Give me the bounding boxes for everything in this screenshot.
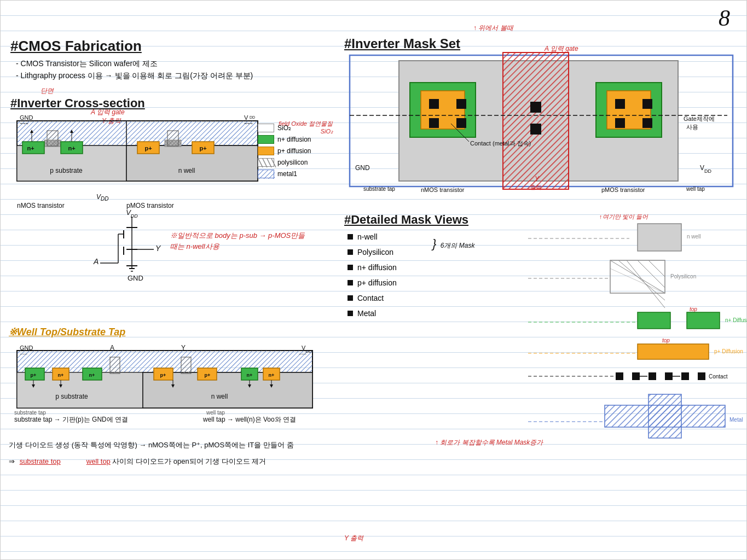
cmos-fab-item-2: - Lithgraphy process 이용 → 빛을 이용해 회로 그림(가… [16, 71, 253, 81]
svg-text:p+: p+ [160, 372, 166, 378]
svg-line-138 [648, 260, 665, 277]
svg-rect-113 [615, 118, 625, 128]
well-tap-label-small: well tap [206, 410, 225, 416]
svg-text:GND: GND [355, 164, 370, 172]
well-tap-annotation: well tap → well(n)은 Voo와 연결 [203, 415, 296, 424]
bottom-text: 기생 다이오드 생성 (동작 특성에 악영향) → nMOS쪽에는 P⁺, pM… [9, 438, 334, 469]
svg-rect-116 [530, 124, 541, 135]
svg-line-39 [267, 159, 271, 167]
detailed-mask-title: #Detailed Mask Views [344, 213, 468, 227]
svg-text:n+: n+ [68, 145, 75, 151]
svg-text:A: A [110, 344, 114, 352]
cmos-fab-items: - CMOS Transistor는 Silicon wafer에 제조 - L… [16, 59, 253, 81]
annotation-above: ↑ 위에서 볼때 [473, 24, 513, 33]
svg-rect-152 [632, 372, 640, 380]
well-tap-diagram: p+ n+ n+ p+ p+ n+ n+ p substrate n well … [11, 345, 318, 416]
svg-text:GND: GND [20, 345, 33, 351]
svg-text:A: A [93, 257, 99, 266]
svg-text:p substrate: p substrate [50, 167, 83, 174]
svg-text:~~~: ~~~ [299, 352, 306, 357]
legend-n-diffusion: n+ diffusion [258, 135, 329, 144]
substrate-tap-label-small: substrate tap [14, 410, 46, 416]
page-number: 8 [719, 5, 730, 31]
svg-text:사용: 사용 [686, 124, 698, 130]
svg-text:Metal: Metal [729, 417, 743, 423]
vdd-label-cs: VDD [96, 193, 108, 202]
bottom-line1: 기생 다이오드 생성 (동작 특성에 악영향) → nMOS쪽에는 P⁺, pM… [9, 438, 334, 452]
svg-rect-112 [642, 99, 652, 109]
svg-text:nMOS transistor: nMOS transistor [421, 186, 465, 193]
svg-text:출력: 출력 [530, 184, 541, 190]
svg-line-139 [610, 269, 665, 293]
svg-rect-151 [616, 372, 623, 380]
svg-text:Gate제작에: Gate제작에 [684, 115, 715, 122]
inverter-mask-diagram: GND VDD Y 출력 Contact (metal과 접속) nMOS tr… [344, 50, 738, 197]
legend-p-diffusion: p+ diffusion [258, 147, 329, 155]
svg-text:pMOS transistor: pMOS transistor [601, 186, 645, 193]
svg-text:V: V [244, 114, 248, 121]
substrate-tap-annotation: substrate tap → 기판(p)는 GND에 연결 [14, 415, 128, 424]
svg-text:n+: n+ [247, 372, 253, 378]
legend-metal1: metal1 [258, 170, 329, 178]
cmos-fab-title: #CMOS Fabrication [10, 38, 253, 55]
svg-rect-15 [47, 131, 58, 146]
cmos-fab-section: #CMOS Fabrication - CMOS Transistor는 Sil… [10, 38, 253, 81]
svg-rect-162 [648, 394, 681, 438]
svg-text:~~~: ~~~ [244, 121, 253, 126]
svg-rect-102 [503, 52, 569, 189]
nmos-label: nMOS transistor [17, 202, 65, 209]
ohmic-contact-annotation: Y 출력 [344, 534, 363, 543]
bottom-line2: ⇒ substrate top well top 사이의 다이오드가 open되… [9, 454, 334, 469]
svg-text:top: top [690, 306, 697, 312]
svg-rect-148 [638, 344, 709, 359]
svg-line-37 [258, 159, 263, 167]
annotation-body: ※일반적으로 body는 p-sub → p-MOS만들때는 n-well사용 [170, 230, 307, 252]
svg-text:~~~: ~~~ [20, 121, 28, 126]
svg-line-135 [618, 260, 665, 300]
svg-text:n well: n well [687, 234, 701, 240]
svg-text:p substrate: p substrate [55, 393, 88, 400]
legend-polysilicon: polysilicon [258, 158, 329, 167]
inverter-mask-title: #Inverter Mask Set [344, 36, 460, 51]
svg-text:n+ Diffusion: n+ Diffusion [725, 317, 747, 323]
svg-text:p+: p+ [205, 372, 211, 378]
notebook-page: 8 #CMOS Fabrication - CMOS Transistor는 S… [0, 0, 747, 560]
cmos-fab-item-1: - CMOS Transistor는 Silicon wafer에 제조 [16, 59, 253, 69]
svg-rect-109 [429, 118, 439, 128]
svg-rect-144 [687, 312, 720, 329]
svg-text:Y: Y [181, 344, 186, 352]
well-tap-title: ※Well Top/Substrate Tap [9, 326, 125, 338]
svg-text:substrate tap: substrate tap [363, 186, 395, 192]
inverter-cross-section-diagram: n+ n+ p+ p+ p substrate n well GND ~~~ V… [11, 115, 274, 197]
svg-text:n+: n+ [58, 372, 64, 378]
svg-rect-73 [110, 357, 120, 374]
svg-line-40 [271, 159, 276, 167]
svg-rect-157 [681, 372, 689, 380]
svg-text:top: top [662, 337, 670, 343]
svg-rect-154 [648, 372, 656, 380]
svg-text:p+: p+ [144, 145, 152, 151]
circuit-symbol: VDD Y [83, 208, 170, 296]
svg-rect-16 [167, 131, 178, 146]
svg-rect-110 [456, 118, 466, 128]
svg-text:n well: n well [178, 167, 195, 174]
svg-text:p+: p+ [31, 372, 37, 378]
svg-rect-108 [456, 99, 466, 109]
svg-text:n+: n+ [269, 372, 275, 378]
svg-rect-115 [530, 102, 541, 113]
svg-rect-158 [698, 372, 705, 380]
mask-count-annotation: } 6개의 Mask [432, 237, 474, 251]
legend: SiO₂ n+ diffusion p+ diffusion [258, 124, 329, 181]
svg-text:Y: Y [155, 244, 161, 253]
annotation-danmyeon: 단면 [40, 86, 54, 96]
svg-text:p+ Diffusion: p+ Diffusion [714, 348, 743, 354]
svg-text:Contact: Contact [709, 374, 728, 380]
svg-rect-41 [258, 170, 275, 179]
svg-text:well tap: well tap [686, 186, 705, 192]
svg-text:n+: n+ [27, 145, 34, 151]
svg-rect-130 [638, 224, 681, 251]
svg-text:Contact (metal과 접속): Contact (metal과 접속) [470, 140, 531, 147]
mask-list: n-well Polysilicon n+ diffusion p+ diffu… [348, 229, 397, 321]
svg-text:n+: n+ [89, 372, 95, 378]
svg-text:~~~: ~~~ [20, 352, 27, 357]
